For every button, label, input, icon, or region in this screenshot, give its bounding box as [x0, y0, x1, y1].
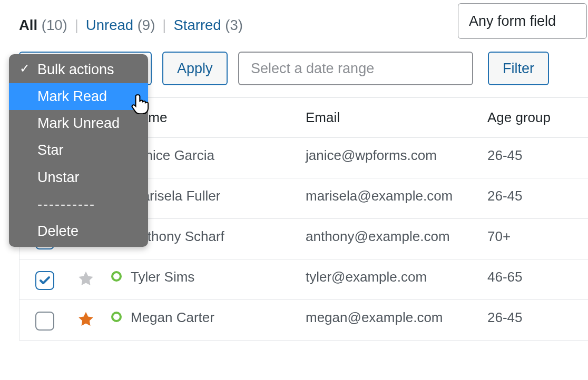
bulk-title-label: Bulk actions — [37, 62, 114, 77]
apply-label: Apply — [177, 61, 213, 77]
bulk-option-star[interactable]: Star — [9, 137, 148, 164]
col-header-email[interactable]: Email — [306, 109, 487, 126]
filter-unread-count: (9) — [138, 17, 155, 33]
bulk-option-: ---------- — [9, 191, 148, 218]
filter-starred-count: (3) — [225, 17, 243, 33]
bulk-option-title[interactable]: Bulk actions — [9, 56, 148, 83]
filter-starred[interactable]: Starred (3) — [173, 17, 242, 34]
apply-button[interactable]: Apply — [162, 52, 228, 85]
form-field-select[interactable]: Any form field — [458, 3, 587, 39]
separator: | — [75, 17, 79, 34]
date-range-placeholder: Select a date range — [251, 61, 374, 77]
form-field-value: Any form field — [469, 13, 556, 29]
cell-age: 26-45 — [487, 147, 588, 164]
table-row: Megan Cartermegan@example.com26-45 — [19, 300, 588, 341]
bulk-option-mark-unread[interactable]: Mark Unread — [9, 110, 148, 137]
cell-email[interactable]: janice@wpforms.com — [306, 147, 487, 164]
cell-age: 26-45 — [487, 188, 588, 204]
entry-filter-bar: All (10) | Unread (9) | Starred (3) — [19, 17, 243, 34]
cell-email[interactable]: megan@example.com — [306, 309, 487, 326]
col-header-age[interactable]: Age group — [487, 109, 588, 126]
cell-name[interactable]: Janice Garcia — [131, 147, 306, 164]
pointer-cursor-icon — [130, 92, 152, 114]
bulk-option-unstar[interactable]: Unstar — [9, 164, 148, 191]
cell-age: 26-45 — [487, 309, 588, 326]
cell-name[interactable]: Marisela Fuller — [131, 188, 306, 204]
cell-email[interactable]: anthony@example.com — [306, 228, 487, 245]
row-checkbox[interactable] — [35, 312, 54, 331]
unread-indicator-icon — [111, 271, 122, 282]
star-icon[interactable] — [78, 271, 94, 287]
filter-all-count: (10) — [42, 17, 67, 33]
cell-name[interactable]: Megan Carter — [131, 309, 306, 326]
cell-email[interactable]: marisela@example.com — [306, 188, 487, 204]
col-header-name[interactable]: Name — [131, 109, 306, 126]
unread-indicator-icon — [111, 312, 122, 322]
filter-starred-label: Starred — [173, 17, 221, 33]
cell-age: 70+ — [487, 228, 588, 245]
filter-all-label: All — [19, 17, 37, 33]
bulk-option-delete[interactable]: Delete — [9, 218, 148, 245]
filter-unread-label: Unread — [86, 17, 133, 33]
filter-unread[interactable]: Unread (9) — [86, 17, 155, 34]
filter-label: Filter — [503, 61, 534, 77]
row-checkbox[interactable] — [35, 271, 54, 290]
bulk-option-mark-read[interactable]: Mark Read — [9, 83, 148, 110]
filter-all[interactable]: All (10) — [19, 17, 67, 34]
star-icon[interactable] — [78, 312, 94, 327]
table-row: Tyler Simstyler@example.com46-65 — [19, 259, 588, 300]
date-range-input[interactable]: Select a date range — [238, 52, 473, 85]
cell-age: 46-65 — [487, 269, 588, 285]
cell-name[interactable]: Tyler Sims — [131, 269, 306, 285]
separator: | — [162, 17, 166, 34]
bulk-actions-dropdown[interactable]: Bulk actions Mark ReadMark UnreadStarUns… — [9, 54, 148, 247]
cell-name[interactable]: Anthony Scharf — [131, 228, 306, 245]
filter-button[interactable]: Filter — [488, 52, 549, 85]
cell-email[interactable]: tyler@example.com — [306, 269, 487, 285]
